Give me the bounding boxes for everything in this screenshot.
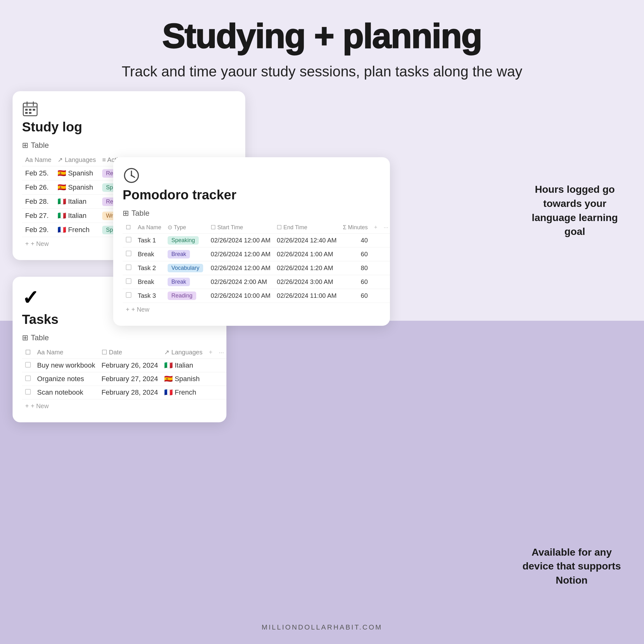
table-row: Break Break 02/26/2024 2:00 AM 02/26/202… (123, 275, 390, 289)
col-name: Aa Name (135, 221, 164, 234)
pomodoro-table-header: ⊞ Table (123, 209, 380, 218)
checkbox[interactable] (126, 292, 131, 298)
col-plus[interactable]: + (371, 221, 381, 234)
svg-rect-7 (25, 112, 28, 114)
col-languages: ↗ Languages (161, 346, 206, 359)
col-name: Aa Name (34, 346, 98, 359)
tasks-table-header: ⊞ Table (22, 333, 217, 342)
svg-point-12 (131, 175, 132, 176)
table-icon: ⊞ (22, 141, 28, 150)
footer-text: MILLIONDOLLARHABIT.COM (0, 623, 644, 631)
col-end: ☐ End Time (274, 221, 340, 234)
col-minutes: Σ Minutes (340, 221, 371, 234)
clock-icon (123, 167, 140, 184)
checkbox[interactable] (25, 362, 31, 368)
col-name: Aa Name (22, 153, 54, 166)
tasks-table: ☐ Aa Name ☐ Date ↗ Languages + ··· Buy n… (22, 346, 226, 399)
col-start: ☐ Start Time (208, 221, 274, 234)
pomodoro-table: ☐ Aa Name ⊙ Type ☐ Start Time ☐ End Time… (123, 221, 390, 303)
col-date: ☐ Date (98, 346, 161, 359)
svg-rect-5 (29, 109, 31, 111)
tasks-new-row[interactable]: + + New (22, 399, 217, 413)
study-log-title: Study log (22, 119, 236, 135)
table-row: Task 3 Reading 02/26/2024 10:00 AM 02/26… (123, 289, 390, 303)
checkbox[interactable] (126, 237, 131, 242)
checkbox[interactable] (126, 278, 131, 284)
subtitle: Track and time yaour study sessions, pla… (0, 63, 644, 80)
calendar-icon (22, 101, 38, 117)
checkbox[interactable] (25, 389, 31, 395)
col-check: ☐ (22, 346, 34, 359)
side-text-hours: Hours logged go towards your language le… (521, 182, 628, 239)
table-row: Task 1 Speaking 02/26/2024 12:00 AM 02/2… (123, 234, 390, 247)
svg-rect-8 (29, 112, 31, 114)
checkbox[interactable] (126, 264, 131, 270)
table-label: Table (31, 333, 49, 342)
svg-rect-4 (25, 109, 28, 111)
table-row: Break Break 02/26/2024 12:00 AM 02/26/20… (123, 247, 390, 261)
col-plus[interactable]: + (206, 346, 216, 359)
table-icon: ⊞ (123, 209, 129, 218)
col-type: ⊙ Type (164, 221, 208, 234)
table-row: Organize notes February 27, 2024 🇪🇸Spani… (22, 372, 226, 386)
col-dots[interactable]: ··· (216, 346, 226, 359)
side-text-notion: Available for any device that supports N… (515, 545, 628, 587)
col-check: ☐ (123, 221, 135, 234)
col-languages: ↗ Languages (54, 153, 99, 166)
pomodoro-card: Pomodoro tracker ⊞ Table ☐ Aa Name ⊙ Typ… (113, 157, 390, 326)
svg-rect-6 (33, 109, 35, 111)
pomodoro-title: Pomodoro tracker (123, 187, 380, 203)
table-icon: ⊞ (22, 333, 28, 342)
table-label: Table (31, 141, 49, 150)
col-dots[interactable]: ··· (380, 221, 390, 234)
pomodoro-new-row[interactable]: + + New (123, 303, 380, 316)
table-row: Task 2 Vocabulary 02/26/2024 12:00 AM 02… (123, 261, 390, 275)
table-label: Table (131, 209, 149, 218)
study-log-table-header: ⊞ Table (22, 141, 236, 150)
table-row: Buy new workbook February 26, 2024 🇮🇹Ita… (22, 359, 226, 372)
checkbox[interactable] (25, 375, 31, 381)
table-row: Scan notebook February 28, 2024 🇫🇷French (22, 386, 226, 399)
checkbox[interactable] (126, 251, 131, 256)
main-title: Studying + planning (0, 16, 644, 56)
